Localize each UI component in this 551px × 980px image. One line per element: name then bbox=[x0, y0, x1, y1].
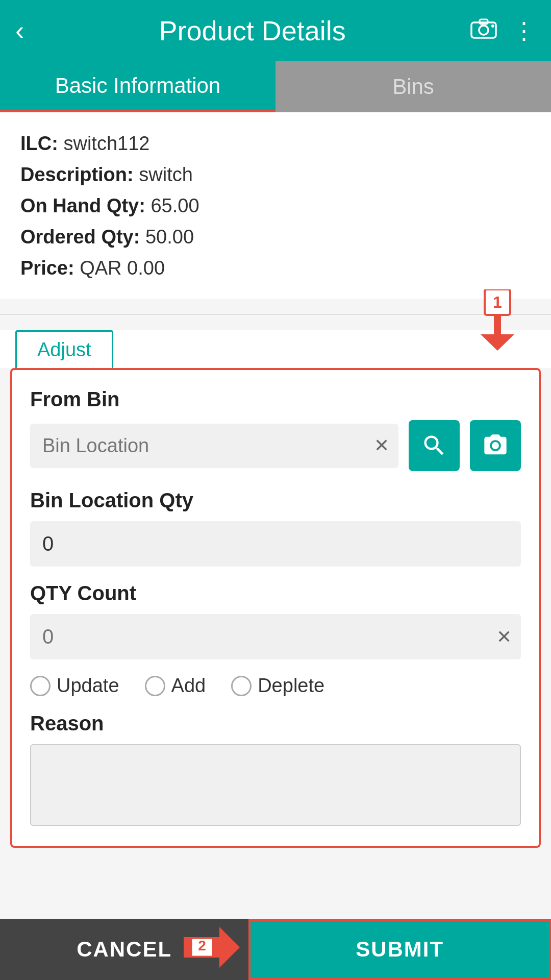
bin-location-input[interactable] bbox=[30, 424, 398, 468]
ilc-row: ILC: switch112 bbox=[20, 133, 531, 155]
svg-text:2: 2 bbox=[198, 938, 206, 953]
bottom-action-bar: CANCEL 2 SUBMIT bbox=[0, 919, 551, 980]
svg-point-3 bbox=[491, 24, 494, 28]
submit-button[interactable]: SUBMIT bbox=[248, 919, 551, 980]
description-row: Description: switch bbox=[20, 164, 531, 186]
svg-rect-6 bbox=[494, 314, 501, 334]
svg-point-1 bbox=[479, 26, 488, 35]
adjust-form: From Bin ✕ Bin Location Qty 0 QTY Count … bbox=[10, 368, 541, 848]
radio-deplete-circle bbox=[231, 676, 252, 696]
radio-add-circle bbox=[145, 676, 165, 696]
arrow2-annotation: 2 bbox=[184, 927, 240, 970]
on-hand-qty-row: On Hand Qty: 65.00 bbox=[20, 195, 531, 217]
header-camera-icon[interactable] bbox=[470, 16, 497, 45]
adjustment-type-group: Update Add Deplete bbox=[30, 675, 521, 697]
bin-location-qty-label: Bin Location Qty bbox=[30, 489, 521, 512]
back-button[interactable]: ‹ bbox=[15, 15, 24, 46]
svg-text:1: 1 bbox=[493, 293, 502, 311]
tab-bins[interactable]: Bins bbox=[276, 61, 551, 112]
qty-count-wrapper: ✕ bbox=[30, 614, 521, 659]
bin-location-input-wrapper: ✕ bbox=[30, 424, 398, 468]
radio-add[interactable]: Add bbox=[145, 675, 206, 697]
product-info-section: ILC: switch112 Description: switch On Ha… bbox=[0, 112, 551, 299]
adjust-tab-container: Adjust bbox=[0, 330, 551, 368]
bin-location-clear-button[interactable]: ✕ bbox=[374, 435, 389, 456]
ordered-qty-row: Ordered Qty: 50.00 bbox=[20, 226, 531, 248]
radio-deplete[interactable]: Deplete bbox=[231, 675, 324, 697]
radio-update[interactable]: Update bbox=[30, 675, 119, 697]
header-menu-icon[interactable]: ⋮ bbox=[512, 17, 536, 44]
qty-count-clear-button[interactable]: ✕ bbox=[496, 626, 512, 648]
qty-count-label: QTY Count bbox=[30, 582, 521, 605]
app-header: ‹ Product Details ⋮ bbox=[0, 0, 551, 61]
reason-label: Reason bbox=[30, 712, 521, 735]
header-actions: ⋮ bbox=[470, 16, 536, 45]
bin-search-button[interactable] bbox=[409, 420, 460, 471]
bin-camera-button[interactable] bbox=[470, 420, 521, 471]
arrow1-annotation: 1 bbox=[474, 289, 520, 353]
tab-basic-information[interactable]: Basic Information bbox=[0, 61, 276, 112]
from-bin-label: From Bin bbox=[30, 388, 521, 411]
price-row: Price: QAR 0.00 bbox=[20, 257, 531, 279]
bin-location-row: ✕ bbox=[30, 420, 521, 471]
tab-bar: Basic Information Bins bbox=[0, 61, 551, 112]
qty-count-input[interactable] bbox=[30, 614, 521, 659]
radio-update-circle bbox=[30, 676, 51, 696]
page-title: Product Details bbox=[34, 15, 470, 46]
svg-marker-7 bbox=[481, 334, 514, 351]
reason-textarea[interactable] bbox=[30, 744, 521, 826]
bin-location-qty-display: 0 bbox=[30, 521, 521, 567]
adjust-tab-button[interactable]: Adjust bbox=[15, 330, 113, 368]
